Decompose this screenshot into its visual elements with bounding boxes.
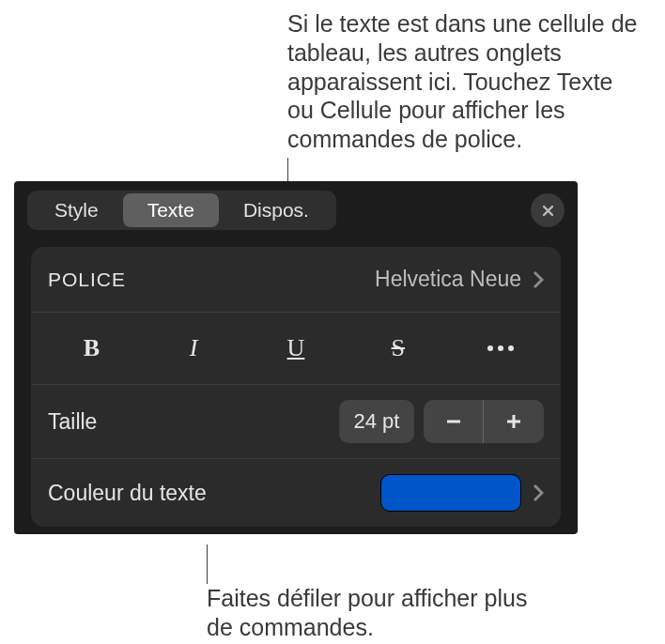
plus-icon (504, 412, 523, 431)
tab-style[interactable]: Style (30, 193, 123, 227)
format-panel: Style Texte Dispos. Police Helvetica Neu… (14, 181, 578, 534)
strikethrough-button[interactable]: S (350, 326, 445, 371)
minus-icon (444, 412, 463, 431)
annotation-top: Si le texte est dans une cellule de tabl… (287, 9, 644, 154)
text-color-label: Couleur du texte (48, 481, 207, 506)
font-row[interactable]: Police Helvetica Neue (31, 247, 561, 313)
text-style-row: B I U S (31, 313, 561, 385)
size-decrement-button[interactable] (424, 400, 484, 443)
more-styles-button[interactable] (453, 326, 548, 371)
italic-button[interactable]: I (147, 326, 241, 371)
font-label: Police (48, 268, 126, 291)
panel-header: Style Texte Dispos. (14, 181, 578, 234)
underline-button[interactable]: U (249, 326, 344, 371)
text-color-controls (380, 474, 544, 512)
font-value: Helvetica Neue (375, 267, 521, 292)
size-controls: 24 pt (339, 400, 544, 443)
font-value-wrap: Helvetica Neue (375, 267, 544, 292)
annotation-bottom: Faites défiler pour afficher plus de com… (207, 584, 554, 642)
size-row: Taille 24 pt (31, 385, 561, 459)
annotation-bottom-leader (207, 544, 208, 584)
text-color-row[interactable]: Couleur du texte (31, 459, 561, 527)
ellipsis-icon (487, 345, 514, 351)
close-button[interactable] (531, 193, 564, 227)
bold-button[interactable]: B (44, 326, 139, 371)
tab-text[interactable]: Texte (123, 193, 219, 227)
size-label: Taille (48, 409, 97, 435)
size-field[interactable]: 24 pt (339, 400, 414, 443)
controls-card: Police Helvetica Neue B I U S Taille 24 … (31, 247, 561, 527)
size-stepper (424, 400, 544, 443)
chevron-right-icon (533, 270, 544, 289)
size-increment-button[interactable] (484, 400, 544, 443)
tab-bar: Style Texte Dispos. (27, 191, 336, 230)
chevron-right-icon (533, 483, 544, 502)
close-icon (541, 204, 555, 218)
tab-layout[interactable]: Dispos. (219, 193, 333, 227)
text-color-swatch[interactable] (380, 474, 521, 512)
